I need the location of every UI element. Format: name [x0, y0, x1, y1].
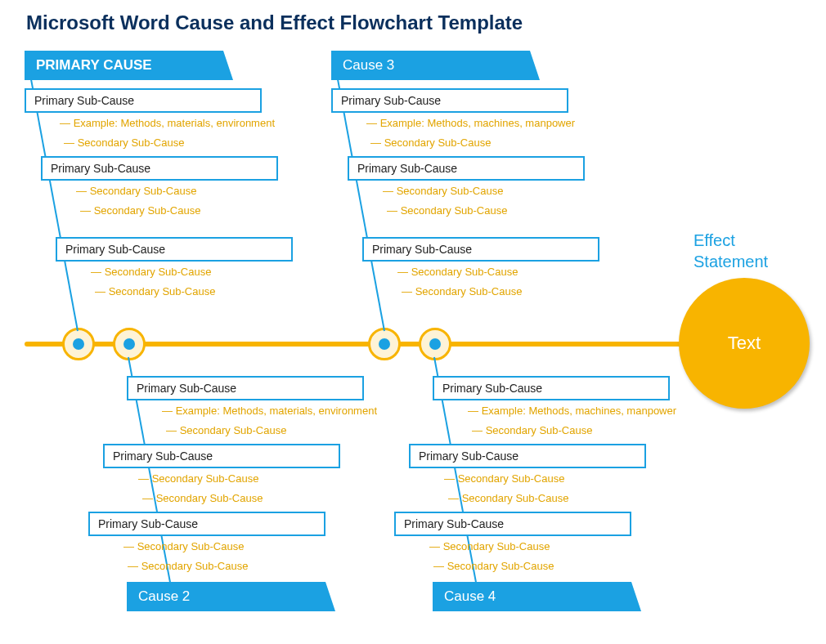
- cause-3-sub-2-sec-2: Secondary Sub-Cause: [387, 204, 507, 217]
- cause-3-sub-2-sec-1: Secondary Sub-Cause: [383, 185, 503, 197]
- cause-2-header: Cause 2: [127, 582, 335, 611]
- cause-2-sub-3-sec-1: Secondary Sub-Cause: [123, 540, 244, 552]
- cause-1-sub-3-sec-1: Secondary Sub-Cause: [91, 266, 211, 278]
- cause-3-sub-2: Primary Sub-Cause: [348, 156, 585, 181]
- effect-text: Text: [728, 333, 761, 354]
- cause-3-sub-1-sec-2: Secondary Sub-Cause: [370, 136, 491, 149]
- cause-2-sub-1: Primary Sub-Cause: [127, 376, 364, 400]
- cause-2-sub-2-sec-1: Secondary Sub-Cause: [138, 472, 258, 485]
- cause-1-sub-1-sec-2: Secondary Sub-Cause: [64, 136, 184, 149]
- cause-3-sub-3: Primary Sub-Cause: [362, 237, 599, 262]
- cause-4-sub-1: Primary Sub-Cause: [433, 376, 670, 400]
- cause-2-sub-1-sec-1: Example: Methods, materials, environment: [162, 405, 377, 417]
- cause-1-sub-3-sec-2: Secondary Sub-Cause: [95, 285, 215, 297]
- cause-4-header: Cause 4: [433, 582, 641, 611]
- cause-4-sub-2: Primary Sub-Cause: [409, 444, 646, 468]
- cause-3-header: Cause 3: [331, 51, 540, 80]
- cause-3-sub-1-sec-1: Example: Methods, machines, manpower: [366, 117, 575, 129]
- effect-circle: Text: [679, 278, 810, 409]
- cause-3-sub-3-sec-2: Secondary Sub-Cause: [402, 285, 522, 297]
- node-cause-4: [419, 328, 451, 360]
- cause-1-header: PRIMARY CAUSE: [25, 51, 233, 80]
- cause-2-sub-3: Primary Sub-Cause: [88, 512, 325, 536]
- cause-2-sub-2: Primary Sub-Cause: [103, 444, 340, 468]
- cause-1-sub-2-sec-2: Secondary Sub-Cause: [80, 204, 200, 217]
- cause-4-sub-3: Primary Sub-Cause: [394, 512, 631, 536]
- cause-2-sub-2-sec-2: Secondary Sub-Cause: [142, 492, 263, 504]
- cause-1-sub-1-sec-1: Example: Methods, materials, environment: [60, 117, 275, 129]
- cause-1-sub-1: Primary Sub-Cause: [25, 88, 262, 113]
- page-title: Microsoft Word Cause and Effect Flowchar…: [26, 11, 523, 34]
- cause-1-sub-3: Primary Sub-Cause: [56, 237, 293, 262]
- effect-label: Effect Statement: [694, 230, 768, 272]
- cause-3-sub-1: Primary Sub-Cause: [331, 88, 568, 113]
- cause-4-sub-2-sec-1: Secondary Sub-Cause: [444, 472, 564, 485]
- cause-4-sub-3-sec-1: Secondary Sub-Cause: [429, 540, 550, 552]
- cause-1-sub-2: Primary Sub-Cause: [41, 156, 278, 181]
- cause-2-sub-3-sec-2: Secondary Sub-Cause: [128, 560, 248, 572]
- cause-4-sub-1-sec-2: Secondary Sub-Cause: [472, 424, 592, 436]
- cause-4-sub-2-sec-2: Secondary Sub-Cause: [448, 492, 568, 504]
- cause-4-sub-3-sec-2: Secondary Sub-Cause: [433, 560, 554, 572]
- node-cause-3: [368, 328, 401, 360]
- cause-2-sub-1-sec-2: Secondary Sub-Cause: [166, 424, 286, 436]
- cause-3-sub-3-sec-1: Secondary Sub-Cause: [397, 266, 518, 278]
- node-cause-2: [113, 328, 146, 360]
- cause-4-sub-1-sec-1: Example: Methods, machines, manpower: [468, 405, 676, 417]
- cause-1-sub-2-sec-1: Secondary Sub-Cause: [76, 185, 196, 197]
- node-cause-1: [62, 328, 95, 360]
